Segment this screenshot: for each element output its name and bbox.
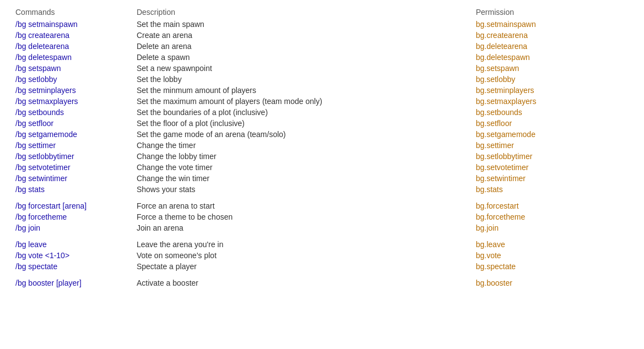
table-row: /bg settimerChange the timerbg.settimer	[11, 140, 633, 151]
command-cell: /bg setlobbytimer	[11, 151, 132, 162]
table-row: /bg forcestart [arena]Force an arena to …	[11, 200, 633, 211]
command-cell: /bg join	[11, 222, 132, 233]
table-row: /bg setlobbytimerChange the lobby timerb…	[11, 151, 633, 162]
table-row: /bg setspawnSet a new spawnpointbg.setsp…	[11, 63, 633, 74]
command-cell: /bg booster [player]	[11, 277, 132, 288]
table-row: /bg createarenaCreate an arenabg.createa…	[11, 30, 633, 41]
command-cell: /bg deletespawn	[11, 52, 132, 63]
command-cell: /bg setvotetimer	[11, 162, 132, 173]
permission-cell: bg.setmaxplayers	[472, 96, 633, 107]
description-cell: Set the minmum amount of players	[132, 85, 472, 96]
permission-cell: bg.setfloor	[472, 118, 633, 129]
spacer-row	[11, 233, 633, 239]
description-cell: Create an arena	[132, 30, 472, 41]
command-cell: /bg setbounds	[11, 107, 132, 118]
command-cell: /bg setwintimer	[11, 173, 132, 184]
permission-cell: bg.setvotetimer	[472, 162, 633, 173]
description-cell: Join an arena	[132, 222, 472, 233]
description-cell: Set the maximum amount of players (team …	[132, 96, 472, 107]
description-cell: Vote on someone's plot	[132, 250, 472, 261]
command-cell: /bg stats	[11, 184, 132, 195]
table-row: /bg setminplayersSet the minmum amount o…	[11, 85, 633, 96]
permission-cell: bg.setspawn	[472, 63, 633, 74]
table-row: /bg setmainspawnSet the main spawnbg.set…	[11, 19, 633, 30]
permission-cell: bg.leave	[472, 239, 633, 250]
table-row: /bg setfloorSet the floor of a plot (inc…	[11, 118, 633, 129]
table-row: /bg vote <1-10>Vote on someone's plotbg.…	[11, 250, 633, 261]
table-row: /bg booster [player]Activate a boosterbg…	[11, 277, 633, 288]
permission-cell: bg.setlobby	[472, 74, 633, 85]
command-cell: /bg deletearena	[11, 41, 132, 52]
permission-cell: bg.spectate	[472, 261, 633, 272]
command-cell: /bg forcestart [arena]	[11, 200, 132, 211]
commands-table: Commands Description Permission /bg setm…	[11, 6, 633, 288]
description-cell: Delete a spawn	[132, 52, 472, 63]
description-cell: Spectate a player	[132, 261, 472, 272]
table-row: /bg setgamemodeSet the game mode of an a…	[11, 129, 633, 140]
command-cell: /bg setlobby	[11, 74, 132, 85]
permission-cell: bg.booster	[472, 277, 633, 288]
table-row: /bg statsShows your statsbg.stats	[11, 184, 633, 195]
header-permission: Permission	[472, 6, 633, 19]
description-cell: Change the win timer	[132, 173, 472, 184]
table-row: /bg deletearenaDelete an arenabg.deletea…	[11, 41, 633, 52]
command-cell: /bg leave	[11, 239, 132, 250]
description-cell: Activate a booster	[132, 277, 472, 288]
table-row: /bg setvotetimerChange the vote timerbg.…	[11, 162, 633, 173]
table-row: /bg setwintimerChange the win timerbg.se…	[11, 173, 633, 184]
permission-cell: bg.deletespawn	[472, 52, 633, 63]
command-cell: /bg setminplayers	[11, 85, 132, 96]
description-cell: Shows your stats	[132, 184, 472, 195]
command-cell: /bg setmainspawn	[11, 19, 132, 30]
permission-cell: bg.deletearena	[472, 41, 633, 52]
permission-cell: bg.forcetheme	[472, 211, 633, 222]
table-row: /bg setlobbySet the lobbybg.setlobby	[11, 74, 633, 85]
description-cell: Set the lobby	[132, 74, 472, 85]
permission-cell: bg.setbounds	[472, 107, 633, 118]
description-cell: Set a new spawnpoint	[132, 63, 472, 74]
description-cell: Change the vote timer	[132, 162, 472, 173]
command-cell: /bg spectate	[11, 261, 132, 272]
permission-cell: bg.join	[472, 222, 633, 233]
description-cell: Leave the arena you're in	[132, 239, 472, 250]
permission-cell: bg.settimer	[472, 140, 633, 151]
description-cell: Set the main spawn	[132, 19, 472, 30]
command-cell: /bg setfloor	[11, 118, 132, 129]
permission-cell: bg.vote	[472, 250, 633, 261]
table-row: /bg spectateSpectate a playerbg.spectate	[11, 261, 633, 272]
spacer-row	[11, 195, 633, 200]
permission-cell: bg.setminplayers	[472, 85, 633, 96]
table-row: /bg deletespawnDelete a spawnbg.deletesp…	[11, 52, 633, 63]
command-cell: /bg setspawn	[11, 63, 132, 74]
description-cell: Force an arena to start	[132, 200, 472, 211]
table-row: /bg setboundsSet the boundaries of a plo…	[11, 107, 633, 118]
header-commands: Commands	[11, 6, 132, 19]
table-row: /bg forcethemeForce a theme to be chosen…	[11, 211, 633, 222]
description-cell: Delete an arena	[132, 41, 472, 52]
command-cell: /bg createarena	[11, 30, 132, 41]
permission-cell: bg.setmainspawn	[472, 19, 633, 30]
command-cell: /bg forcetheme	[11, 211, 132, 222]
permission-cell: bg.setwintimer	[472, 173, 633, 184]
permission-cell: bg.forcestart	[472, 200, 633, 211]
table-row: /bg joinJoin an arenabg.join	[11, 222, 633, 233]
header-description: Description	[132, 6, 472, 19]
description-cell: Change the timer	[132, 140, 472, 151]
permission-cell: bg.setgamemode	[472, 129, 633, 140]
description-cell: Force a theme to be chosen	[132, 211, 472, 222]
description-cell: Set the boundaries of a plot (inclusive)	[132, 107, 472, 118]
command-cell: /bg settimer	[11, 140, 132, 151]
permission-cell: bg.stats	[472, 184, 633, 195]
permission-cell: bg.createarena	[472, 30, 633, 41]
spacer-row	[11, 272, 633, 277]
command-cell: /bg setgamemode	[11, 129, 132, 140]
table-row: /bg setmaxplayersSet the maximum amount …	[11, 96, 633, 107]
table-row: /bg leaveLeave the arena you're inbg.lea…	[11, 239, 633, 250]
command-cell: /bg setmaxplayers	[11, 96, 132, 107]
description-cell: Set the game mode of an arena (team/solo…	[132, 129, 472, 140]
command-cell: /bg vote <1-10>	[11, 250, 132, 261]
description-cell: Change the lobby timer	[132, 151, 472, 162]
description-cell: Set the floor of a plot (inclusive)	[132, 118, 472, 129]
permission-cell: bg.setlobbytimer	[472, 151, 633, 162]
